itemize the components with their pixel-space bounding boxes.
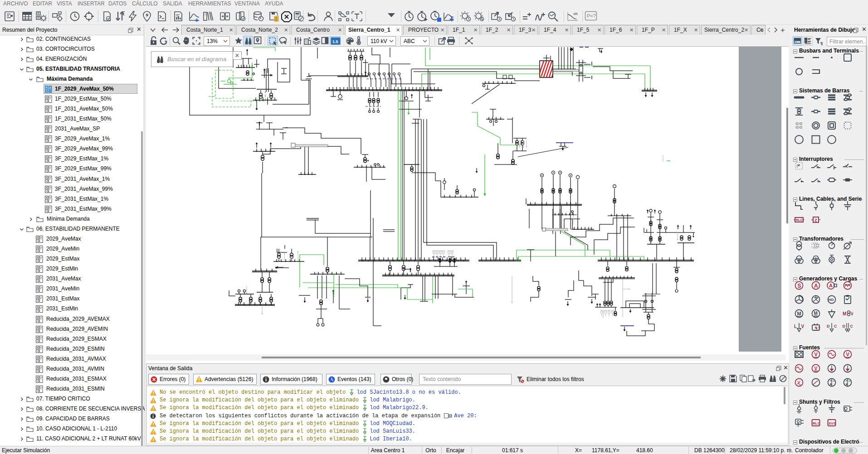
svg-text:V: V (814, 352, 818, 357)
svg-text:M: M (814, 311, 818, 316)
svg-text:1.5: 1.5 (332, 39, 338, 44)
svg-text:V: V (801, 324, 805, 329)
svg-text:A: A (814, 283, 818, 289)
svg-text:dB: dB (573, 12, 578, 16)
svg-text:V: V (814, 366, 818, 371)
svg-text:M: M (843, 311, 846, 316)
svg-text:L: L (794, 324, 797, 329)
svg-text:C: C (834, 324, 837, 328)
svg-text:M: M (797, 311, 801, 316)
svg-text:S: S (798, 283, 801, 289)
svg-text:D: D (827, 324, 830, 328)
svg-text:C: C (850, 324, 853, 328)
svg-text:Z: Z (814, 217, 817, 222)
svg-text:V: V (846, 352, 850, 357)
svg-text:P=?: P=? (587, 13, 596, 19)
svg-text:SVS: SVS (829, 421, 836, 425)
svg-text:RLC: RLC (813, 421, 820, 425)
svg-text:A: A (829, 283, 833, 288)
svg-text:RLC: RLC (796, 218, 803, 222)
svg-text:V: V (851, 311, 853, 316)
svg-text:↯?: ↯? (814, 326, 820, 330)
svg-text:D: D (843, 324, 846, 328)
svg-text:HID: HID (829, 298, 834, 301)
